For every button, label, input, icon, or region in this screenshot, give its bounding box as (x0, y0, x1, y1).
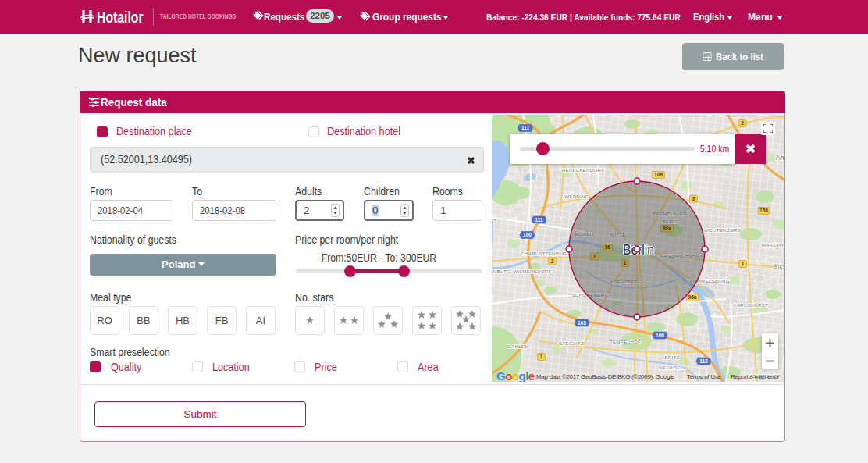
svg-text:100: 100 (656, 333, 664, 338)
svg-text:ST: ST (492, 218, 496, 223)
svg-text:1: 1 (742, 261, 745, 266)
svg-text:111: 111 (521, 125, 530, 130)
svg-text:BRITZ: BRITZ (664, 354, 679, 360)
svg-text:109: 109 (654, 172, 663, 177)
svg-text:2: 2 (741, 120, 744, 126)
svg-text:TEMPELHOF: TEMPELHOF (610, 339, 641, 344)
svg-text:100: 100 (523, 232, 532, 237)
svg-text:LICHTENBERG: LICHTENBERG (705, 227, 742, 233)
svg-text:NEUKÖLLN: NEUKÖLLN (659, 365, 686, 370)
svg-text:KARLSHORST: KARLSHORST (734, 302, 768, 308)
svg-text:1: 1 (540, 354, 543, 359)
svg-text:ENBURG-WILMERSDORF: ENBURG-WILMERSDORF (492, 269, 552, 274)
svg-text:BIESD: BIESD (774, 264, 784, 269)
svg-text:103: 103 (578, 320, 586, 326)
svg-text:2: 2 (692, 196, 695, 201)
svg-text:113: 113 (699, 358, 708, 364)
svg-text:Ahrensfelde: Ahrensfelde (776, 154, 784, 162)
svg-text:96a: 96a (688, 294, 697, 300)
svg-text:DAHLEM: DAHLEM (507, 344, 528, 349)
svg-text:111: 111 (535, 217, 543, 223)
svg-text:MARZAHN: MARZAHN (762, 242, 784, 248)
svg-text:REINICKENDORF: REINICKENDORF (562, 167, 604, 173)
svg-text:STEGLITZ: STEGLITZ (559, 340, 584, 346)
svg-text:CHARLOTTENBURG: CHARLOTTENBURG (521, 251, 570, 256)
svg-text:WEDDING: WEDDING (564, 194, 589, 199)
svg-text:2: 2 (551, 258, 554, 264)
svg-text:158: 158 (760, 208, 768, 213)
